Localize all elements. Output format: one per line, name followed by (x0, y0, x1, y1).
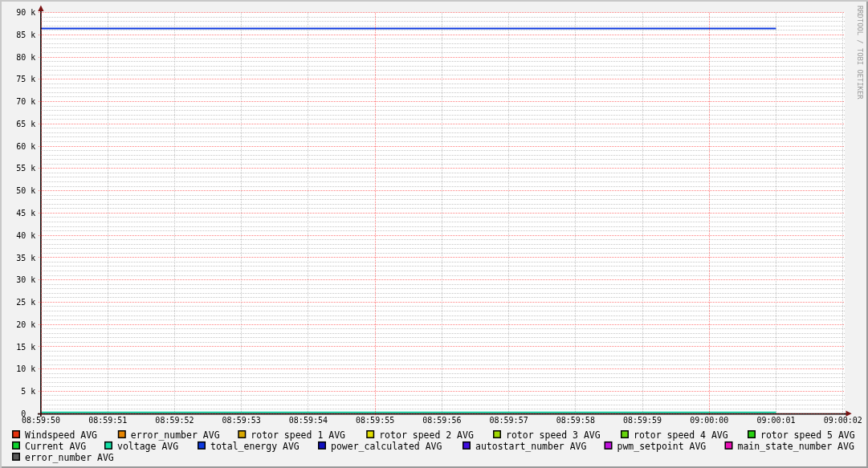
legend-swatch (748, 431, 756, 438)
legend-item (605, 442, 612, 450)
x-tick-label: 09:00:00 (690, 416, 728, 425)
legend-label: voltage AVG (117, 441, 178, 452)
legend-item (119, 431, 126, 438)
rrdtool-graph: 90 k85 k80 k75 k70 k65 k60 k55 k50 k45 k… (0, 0, 868, 468)
legend-label: rotor speed 4 AVG (634, 429, 728, 441)
y-tick-label: 5 k (21, 387, 35, 396)
y-tick-label: 20 k (16, 320, 35, 329)
legend-item (238, 431, 246, 438)
y-tick-label: 25 k (16, 298, 35, 307)
legend-label: error_number AVG (25, 452, 114, 463)
plot-canvas (41, 12, 845, 413)
legend-swatch (494, 431, 501, 438)
y-tick-label: 75 k (16, 75, 35, 83)
y-tick-label: 85 k (16, 31, 35, 39)
legend-label: total_energy AVG (210, 441, 300, 452)
legend-swatch (621, 431, 629, 438)
y-tick-label: 15 k (16, 343, 35, 352)
legend-label: main_state_number AVG (738, 441, 854, 452)
x-tick-label: 08:59:59 (623, 416, 662, 425)
y-tick-label: 90 k (16, 8, 35, 17)
x-tick-label: 08:59:50 (22, 416, 60, 425)
x-tick-label: 08:59:52 (155, 416, 194, 425)
legend-label: rotor speed 1 AVG (251, 429, 345, 441)
legend-swatch (605, 442, 612, 450)
legend-item (494, 431, 501, 438)
border-top (0, 0, 868, 2)
legend-swatch (238, 431, 246, 438)
legend-swatch (13, 431, 20, 438)
x-tick-label: 08:59:53 (222, 416, 261, 425)
y-tick-label: 70 k (16, 97, 35, 106)
x-tick-label: 09:00:02 (824, 416, 862, 425)
legend-label: pwm_setpoint AVG (617, 441, 707, 452)
legend-swatch (119, 431, 126, 438)
watermark: RRDTOOL / TOBI OETIKER (856, 6, 864, 100)
y-tick-label: 45 k (16, 209, 35, 218)
y-tick-label: 60 k (16, 142, 35, 151)
legend-label: rotor speed 5 AVG (760, 429, 855, 441)
legend-label: Current AVG (25, 441, 86, 452)
x-tick-label: 08:59:57 (490, 416, 528, 425)
legend-item (13, 431, 20, 438)
legend-item (463, 442, 471, 450)
y-tick-label: 40 k (16, 231, 35, 240)
legend-label: error_number AVG (131, 429, 220, 441)
legend-label: power_calculated AVG (331, 441, 442, 452)
y-tick-label: 10 k (16, 364, 35, 373)
y-tick-label: 55 k (16, 164, 35, 173)
y-tick-label: 50 k (16, 186, 35, 195)
x-tick-label: 08:59:54 (289, 416, 328, 425)
legend-label: rotor speed 3 AVG (506, 429, 601, 441)
y-tick-label: 65 k (16, 120, 35, 128)
legend-label: rotor speed 2 AVG (379, 429, 474, 441)
legend-label: Windspeed AVG (25, 429, 97, 441)
legend-swatch (13, 442, 20, 450)
legend-swatch (367, 431, 374, 438)
legend-item (319, 442, 326, 450)
legend-swatch (725, 442, 732, 450)
legend-item (198, 442, 206, 450)
legend-swatch (13, 454, 20, 461)
legend-item (105, 442, 112, 450)
x-tick-label: 08:59:58 (556, 416, 595, 425)
legend-label: autostart_number AVG (475, 441, 587, 452)
x-tick-label: 08:59:55 (356, 416, 394, 425)
legend-swatch (463, 442, 471, 450)
legend-item (13, 454, 20, 461)
legend-item (725, 442, 732, 450)
legend-item (367, 431, 374, 438)
x-tick-label: 09:00:01 (756, 416, 795, 425)
legend-item (748, 431, 756, 438)
y-tick-label: 30 k (16, 275, 35, 284)
legend-swatch (319, 442, 326, 450)
x-tick-label: 08:59:51 (88, 416, 127, 425)
legend-swatch (198, 442, 206, 450)
legend-item (621, 431, 629, 438)
x-tick-label: 08:59:56 (422, 416, 461, 425)
border-left (0, 0, 2, 468)
legend-swatch (105, 442, 112, 450)
chart-svg: 90 k85 k80 k75 k70 k65 k60 k55 k50 k45 k… (0, 0, 868, 468)
legend-item (13, 442, 20, 450)
y-tick-label: 35 k (16, 254, 35, 262)
y-tick-label: 80 k (16, 53, 35, 62)
